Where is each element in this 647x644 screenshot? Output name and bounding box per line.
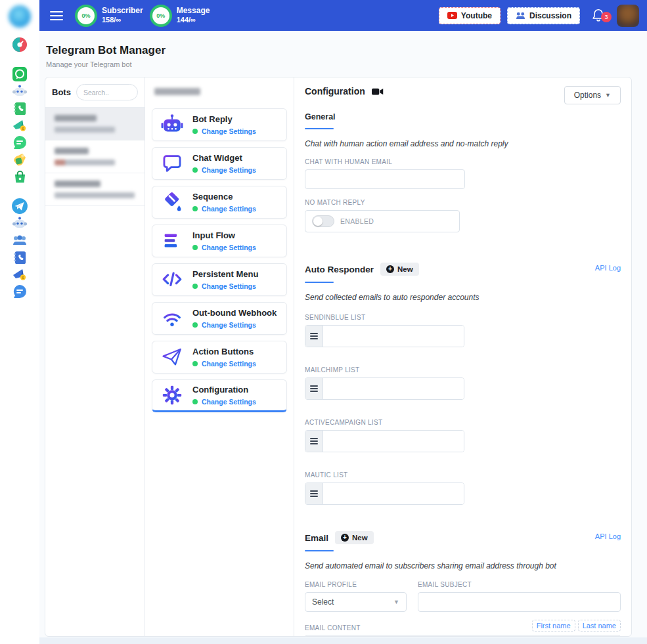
feature-card-bot-reply[interactable]: Bot Reply Change Settings	[152, 108, 287, 141]
status-dot	[192, 167, 198, 173]
email-api-log-link[interactable]: API Log	[595, 532, 621, 540]
video-camera-icon[interactable]	[372, 87, 384, 96]
change-settings-link[interactable]: Change Settings	[202, 127, 256, 135]
message-percent: 0%	[152, 7, 169, 24]
email-content-textarea[interactable]	[305, 635, 621, 637]
bot-list-item-selected[interactable]	[45, 108, 145, 140]
whatsapp-chat-icon[interactable]	[11, 134, 28, 151]
email-subject-label: EMAIL SUBJECT	[418, 581, 621, 588]
notification-badge: 3	[601, 12, 612, 22]
feature-title: Out-bound Webhook	[192, 308, 277, 318]
feature-card-persistent-menu[interactable]: Persistent Menu Change Settings	[152, 263, 287, 296]
discussion-button-label: Discussion	[529, 11, 571, 20]
configuration-panel: Configuration Options ▼ General Chat wit…	[294, 77, 631, 636]
new-label: New	[397, 265, 413, 273]
sendinblue-list-input[interactable]	[323, 326, 464, 347]
status-dot	[192, 399, 198, 404]
telegram-chat-icon[interactable]	[11, 283, 28, 300]
whatsapp-broadcast-icon[interactable]: $	[11, 117, 28, 134]
telegram-group-icon[interactable]	[11, 232, 28, 249]
message-progress-ring: 0%	[150, 5, 172, 27]
list-menu-icon[interactable]	[305, 431, 323, 452]
chat-with-human-email-input[interactable]	[305, 169, 465, 189]
email-first-name-button[interactable]: First name	[532, 620, 575, 632]
activecampaign-list-input[interactable]	[323, 431, 464, 452]
whatsapp-contacts-icon[interactable]	[11, 100, 28, 117]
email-last-name-button[interactable]: Last name	[578, 620, 621, 632]
email-profile-select[interactable]: Select ▼	[305, 592, 407, 612]
tab-active-underline	[305, 128, 334, 129]
telegram-broadcast-icon[interactable]: $	[11, 266, 28, 283]
store-icon[interactable]	[11, 168, 28, 185]
feature-card-input-flow[interactable]: Input Flow Change Settings	[152, 225, 287, 257]
no-match-reply-toggle[interactable]	[312, 215, 334, 227]
app-logo[interactable]	[9, 5, 31, 28]
bots-search-input[interactable]	[76, 84, 138, 100]
dashboard-gauge-icon[interactable]	[11, 36, 28, 53]
mailchimp-list-input[interactable]	[323, 378, 464, 399]
message-label: Message	[177, 6, 210, 16]
paper-plane-icon	[160, 345, 184, 369]
options-dropdown-button[interactable]: Options ▼	[564, 86, 621, 104]
email-content-label: EMAIL CONTENT	[305, 624, 361, 632]
main-content: Telegram Bot Manager Manage your Telegra…	[39, 31, 647, 644]
auto-responder-api-log-link[interactable]: API Log	[595, 264, 621, 272]
change-settings-link[interactable]: Change Settings	[202, 205, 256, 213]
change-settings-link[interactable]: Change Settings	[202, 244, 256, 251]
youtube-button[interactable]: Youtube	[439, 7, 501, 24]
no-match-reply-label: NO MATCH REPLY	[305, 199, 621, 206]
bot-list-item[interactable]	[45, 173, 145, 206]
list-menu-icon[interactable]	[305, 326, 323, 347]
whatsapp-icon[interactable]	[11, 66, 28, 83]
code-icon	[160, 268, 184, 291]
telegram-icon[interactable]	[11, 198, 28, 215]
telegram-contacts-icon[interactable]	[11, 249, 28, 266]
page-footer-strip	[39, 637, 647, 644]
robot-icon	[160, 113, 184, 137]
list-menu-icon[interactable]	[305, 483, 323, 504]
whatsapp-bot-icon[interactable]	[11, 83, 28, 100]
page-title: Telegram Bot Manager	[46, 44, 647, 57]
feature-card-chat-widget[interactable]: Chat Widget Change Settings	[152, 147, 287, 180]
email-subject-input[interactable]	[418, 592, 621, 612]
bot-name-redacted	[55, 115, 97, 121]
chevron-down-icon: ▼	[393, 599, 399, 605]
feature-card-action-buttons[interactable]: Action Buttons Change Settings	[152, 341, 287, 374]
mautic-list-input[interactable]	[323, 483, 464, 504]
auto-responder-new-button[interactable]: + New	[380, 263, 419, 276]
change-settings-link[interactable]: Change Settings	[202, 398, 256, 406]
top-navbar: 0% Subscriber 158/∞ 0% Message 144/∞ You…	[39, 0, 647, 31]
feature-title: Bot Reply	[192, 114, 256, 124]
change-settings-link[interactable]: Change Settings	[202, 282, 256, 290]
list-menu-icon[interactable]	[305, 378, 323, 399]
notifications-button[interactable]: 3	[592, 8, 606, 24]
feature-card-sequence[interactable]: Sequence Change Settings	[152, 186, 287, 219]
telegram-bot-icon[interactable]	[11, 215, 28, 232]
change-settings-link[interactable]: Change Settings	[202, 166, 256, 174]
gear-icon	[160, 383, 184, 407]
hamburger-menu-icon[interactable]	[50, 9, 63, 23]
feature-card-outbound-webhook[interactable]: Out-bound Webhook Change Settings	[152, 302, 287, 335]
section-underline	[305, 282, 334, 283]
activecampaign-list-label: ACTIVECAMPAIGN LIST	[305, 419, 464, 426]
integration-icon[interactable]	[11, 151, 28, 168]
plus-icon: +	[386, 265, 394, 273]
change-settings-link[interactable]: Change Settings	[202, 321, 256, 329]
bot-list-item[interactable]	[45, 140, 145, 173]
discussion-button[interactable]: Discussion	[507, 7, 580, 24]
feature-card-configuration[interactable]: Configuration Change Settings	[152, 379, 287, 412]
panel-title: Configuration	[305, 86, 365, 97]
email-new-button[interactable]: + New	[335, 531, 374, 544]
bots-header: Bots	[52, 87, 71, 97]
user-avatar[interactable]	[617, 5, 639, 27]
status-dot	[192, 129, 198, 134]
tab-general[interactable]: General	[305, 112, 336, 121]
auto-responder-section-header: Auto Responder + New API Log	[305, 263, 621, 276]
status-dot	[192, 245, 198, 250]
youtube-button-label: Youtube	[461, 11, 492, 20]
change-settings-link[interactable]: Change Settings	[202, 360, 256, 368]
features-column: Bot Reply Change Settings Chat Widget Ch…	[145, 77, 294, 636]
subscriber-label: Subscriber	[102, 6, 143, 16]
bot-subtitle-redacted	[55, 160, 115, 165]
select-value: Select	[312, 597, 334, 607]
